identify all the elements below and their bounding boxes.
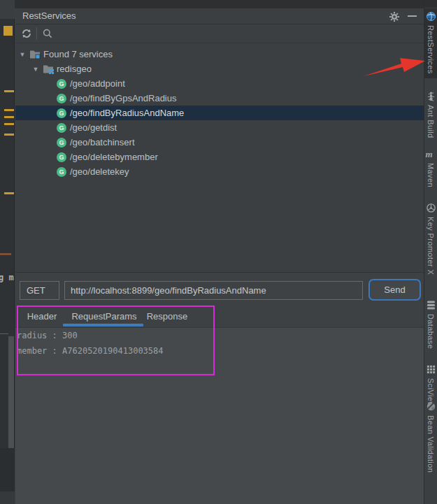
tool-window-titlebar: RestServices xyxy=(15,8,424,24)
tool-button-sidebar: RestServices Ant Build m Maven xyxy=(424,0,437,504)
sidebar-item-label: Database xyxy=(427,314,435,353)
sidebar-item-restservices[interactable]: RestServices xyxy=(424,8,437,78)
endpoint-row-selected[interactable]: G /geo/findByRadiusAndName xyxy=(15,106,424,120)
request-param-member: member : A7620520190413003584 xyxy=(17,344,164,358)
endpoint-row[interactable]: G /geo/deletebymember xyxy=(15,150,424,164)
endpoint-label: /geo/batchinsert xyxy=(70,137,135,147)
folder-icon xyxy=(29,50,41,59)
editor-warning-mark xyxy=(4,116,14,118)
sidebar-item-database[interactable]: Database xyxy=(424,297,437,353)
chevron-down-icon[interactable]: ▼ xyxy=(32,66,39,73)
tree-node-label: Found 7 services xyxy=(43,49,113,59)
gear-icon[interactable] xyxy=(389,11,400,22)
editor-warning-mark xyxy=(4,109,14,111)
restservices-icon xyxy=(426,11,436,22)
tool-window-toolbar xyxy=(15,24,424,43)
sidebar-item-label: Key Promoter X xyxy=(427,217,435,279)
sidebar-item-maven[interactable]: m Maven xyxy=(424,146,437,192)
sciview-icon xyxy=(426,364,436,375)
endpoint-label: /geo/addpoint xyxy=(70,78,125,89)
tab-response[interactable]: Response xyxy=(144,308,190,326)
editor-warning-mark xyxy=(4,192,14,194)
get-mapping-icon: G xyxy=(57,94,66,103)
endpoint-row[interactable]: G /geo/batchinsert xyxy=(15,135,424,150)
module-folder-icon xyxy=(43,64,54,74)
endpoint-label: /geo/deletekey xyxy=(70,166,129,177)
request-param-radius: radius : 300 xyxy=(17,329,78,343)
tab-header[interactable]: Header xyxy=(20,308,64,326)
database-icon xyxy=(426,300,436,310)
sidebar-item-label: Bean Validation xyxy=(427,415,435,477)
get-mapping-icon: G xyxy=(57,152,66,162)
sidebar-item-label: Ant Build xyxy=(427,105,435,143)
ant-build-icon xyxy=(426,91,436,101)
endpoint-row[interactable]: G /geo/addpoint xyxy=(15,76,424,91)
endpoint-row[interactable]: G /geo/deletekey xyxy=(15,164,424,179)
active-tab-indicator xyxy=(63,324,143,326)
editor-warning-mark xyxy=(3,26,13,36)
bean-validation-icon xyxy=(426,401,436,412)
editor-gutter xyxy=(0,448,15,491)
endpoint-row[interactable]: G /geo/findByGpsAndRadius xyxy=(15,91,424,106)
sidebar-top-strip xyxy=(424,0,437,8)
get-mapping-icon: G xyxy=(57,79,66,89)
minimize-icon[interactable] xyxy=(408,15,417,17)
sidebar-item-label: Maven xyxy=(427,163,435,192)
services-tree: ▼ Found 7 services ▼ redisgeo G /geo/add… xyxy=(15,43,424,272)
editor-text-fragment: g m xyxy=(0,273,17,282)
send-button[interactable]: Send xyxy=(368,279,421,301)
editor-gutter xyxy=(0,491,15,504)
url-input[interactable] xyxy=(64,281,363,300)
endpoint-label: /geo/findByRadiusAndName xyxy=(70,108,184,118)
sidebar-item-bean-validation[interactable]: Bean Validation xyxy=(424,398,437,477)
editor-tab-fragment xyxy=(0,0,15,19)
editor-warning-mark xyxy=(4,123,14,125)
editor-warning-mark xyxy=(4,134,14,136)
maven-icon: m xyxy=(426,149,436,159)
toolbar-separator xyxy=(36,27,37,40)
get-mapping-icon: G xyxy=(57,167,66,177)
get-mapping-icon: G xyxy=(57,123,66,133)
editor-edge-strip: g m xyxy=(0,0,15,504)
chevron-down-icon[interactable]: ▼ xyxy=(19,51,26,58)
endpoint-label: /geo/findByGpsAndRadius xyxy=(70,93,176,103)
endpoint-label: /geo/deletebymember xyxy=(70,152,158,162)
tree-node-label: redisgeo xyxy=(57,64,92,74)
sidebar-item-label: RestServices xyxy=(427,25,435,78)
http-method-select[interactable]: GET xyxy=(20,281,59,300)
sidebar-item-ant-build[interactable]: Ant Build xyxy=(424,88,437,143)
key-promoter-icon xyxy=(426,203,436,213)
tool-window-title: RestServices xyxy=(15,10,76,21)
get-mapping-icon: G xyxy=(57,108,66,118)
get-mapping-icon: G xyxy=(57,138,66,147)
editor-mark xyxy=(0,253,11,255)
search-icon[interactable] xyxy=(42,28,53,39)
editor-separator xyxy=(0,333,8,334)
endpoint-label: /geo/getdist xyxy=(70,122,117,133)
ide-top-strip xyxy=(0,0,437,8)
editor-scrollbar[interactable] xyxy=(8,336,14,448)
tree-node-found-services[interactable]: ▼ Found 7 services xyxy=(15,47,424,62)
refresh-icon[interactable] xyxy=(21,28,32,39)
restservices-tool-window: g m RestServices xyxy=(0,0,437,504)
editor-warning-mark xyxy=(4,90,14,92)
tree-node-redisgeo[interactable]: ▼ redisgeo xyxy=(15,62,424,76)
endpoint-row[interactable]: G /geo/getdist xyxy=(15,120,424,135)
sidebar-item-key-promoter[interactable]: Key Promoter X xyxy=(424,200,437,279)
